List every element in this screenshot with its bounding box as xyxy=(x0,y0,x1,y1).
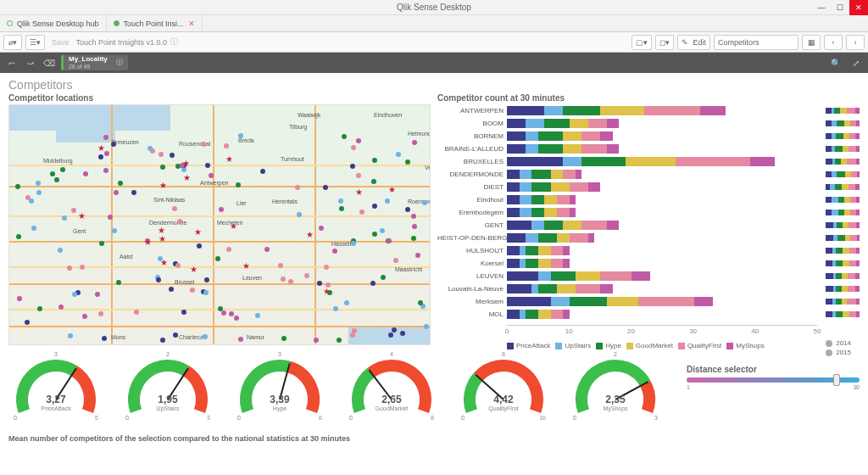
barchart-title: Competitor count at 30 minutes xyxy=(437,93,860,103)
window-close-button[interactable]: ✕ xyxy=(849,0,868,15)
selection-field: My_Locality xyxy=(69,56,108,64)
gauge-priceattack[interactable]: 3 3,27 PriceAttack 05 xyxy=(8,353,103,422)
bar-row[interactable] xyxy=(507,206,819,219)
tab-close-icon[interactable]: ✕ xyxy=(188,20,195,28)
app-tabstrip: Qlik Sense Desktop hub Touch Point Insi.… xyxy=(0,15,868,32)
save-button[interactable]: Save xyxy=(48,35,73,50)
bar-row[interactable] xyxy=(507,295,819,308)
nav-menu-button[interactable]: ⌀▾ xyxy=(3,35,22,50)
bar-row[interactable] xyxy=(507,181,819,193)
bar-row[interactable] xyxy=(507,142,819,155)
bar-row[interactable] xyxy=(507,257,819,270)
bar-row[interactable] xyxy=(507,219,819,232)
sheet-selector[interactable]: Competitors xyxy=(714,35,798,50)
slider-max: 30 xyxy=(853,384,860,390)
gauge-row: 3 3,27 PriceAttack 052 1,95 UpStairs 033 xyxy=(8,353,663,422)
selection-forward-icon[interactable]: ⤻ xyxy=(24,56,37,70)
bar-row[interactable] xyxy=(507,244,819,257)
slider-min: 1 xyxy=(687,384,690,390)
barchart-legend: PriceAttackUpStairsHypeGoodMarketQuality… xyxy=(507,342,860,349)
map-panel: Competitor locations EindhovenTilburgBre… xyxy=(8,93,431,349)
story-button[interactable]: ▢▾ xyxy=(632,35,652,50)
window-maximize-button[interactable]: ☐ xyxy=(831,0,849,15)
barchart-panel: Competitor count at 30 minutes ANTWERPEN… xyxy=(437,93,860,349)
selection-bar: ⤺ ⤻ ⌫ My_Locality 26 of 49 ⓧ 🔍 ⤢ xyxy=(0,53,868,73)
bar-row[interactable] xyxy=(507,282,819,295)
barchart-ylabels: ANTWERPENBOOMBORNEMBRAINE-L'ALLEUDBRUXEL… xyxy=(437,104,507,325)
selection-clear-icon[interactable]: ⌫ xyxy=(42,56,56,70)
gauge-hype[interactable]: 3 3,39 Hype 06 xyxy=(232,353,327,422)
bar-row[interactable] xyxy=(507,168,819,181)
bar-row[interactable] xyxy=(507,117,819,130)
gauge-qualityfirst[interactable]: 8 4,42 QualityFirst 016 xyxy=(456,353,551,422)
barchart-xaxis: 01020304050 xyxy=(507,325,817,337)
app-toolbar: ⌀▾ ☰▾ Save Touch Point Insights v1.0.0 ⓘ… xyxy=(0,32,868,53)
window-title: Qlik Sense Desktop xyxy=(397,3,471,12)
slider-title: Distance selector xyxy=(687,365,860,374)
breadcrumb: Touch Point Insights v1.0.0 ⓘ xyxy=(76,36,179,48)
footnote: Mean number of competitors of the select… xyxy=(8,434,860,443)
bar-row[interactable] xyxy=(507,308,819,321)
tab-status-icon xyxy=(114,20,120,26)
slider-handle[interactable] xyxy=(833,374,840,386)
tab-label: Qlik Sense Desktop hub xyxy=(17,20,99,28)
selection-chip-clear-icon[interactable]: ⓧ xyxy=(116,59,123,67)
bar-row[interactable] xyxy=(507,270,819,282)
selection-chip[interactable]: My_Locality 26 of 49 ⓧ xyxy=(61,55,128,70)
tab-hub[interactable]: Qlik Sense Desktop hub xyxy=(0,15,107,31)
bar-row[interactable] xyxy=(507,193,819,206)
tab-status-icon xyxy=(7,20,13,26)
tab-app[interactable]: Touch Point Insi... ✕ xyxy=(107,15,203,31)
barchart-minibars xyxy=(826,104,860,325)
barchart-bars[interactable] xyxy=(507,104,819,325)
distance-slider[interactable] xyxy=(687,377,860,383)
sheet-grid-button[interactable]: ▦ xyxy=(802,35,821,50)
edit-button[interactable]: ✎ Edit xyxy=(677,35,710,50)
competitor-map[interactable]: EindhovenTilburgBredaRoosendaalTerneuzen… xyxy=(8,104,431,345)
search-icon[interactable]: 🔍 xyxy=(829,56,843,70)
sheet-title: Competitors xyxy=(8,78,860,92)
tab-label: Touch Point Insi... xyxy=(124,20,184,28)
device-button[interactable]: ◻▾ xyxy=(655,35,674,50)
selection-count: 26 of 49 xyxy=(69,64,108,70)
window-minimize-button[interactable]: — xyxy=(812,0,831,15)
window-titlebar: Qlik Sense Desktop — ☐ ✕ xyxy=(0,0,868,15)
distance-slider-panel: Distance selector 1 30 xyxy=(687,365,860,390)
bar-row[interactable] xyxy=(507,155,819,168)
bookmark-menu-button[interactable]: ☰▾ xyxy=(25,35,45,50)
bar-row[interactable] xyxy=(507,232,819,244)
prev-sheet-button[interactable]: ‹ xyxy=(824,35,843,50)
selections-tool-icon[interactable]: ⤢ xyxy=(849,56,863,70)
bar-row[interactable] xyxy=(507,130,819,142)
map-title: Competitor locations xyxy=(8,93,431,103)
bar-row[interactable] xyxy=(507,104,819,117)
gauge-goodmarket[interactable]: 4 2,65 GoodMarket 08 xyxy=(344,353,439,422)
gauge-upstairs[interactable]: 2 1,95 UpStairs 03 xyxy=(120,353,215,422)
gauge-myshops[interactable]: 2 2,35 MyShops 03 xyxy=(568,353,663,422)
next-sheet-button[interactable]: › xyxy=(846,35,865,50)
selection-back-icon[interactable]: ⤺ xyxy=(5,56,19,70)
year-legend: 2014 2015 xyxy=(826,339,851,358)
